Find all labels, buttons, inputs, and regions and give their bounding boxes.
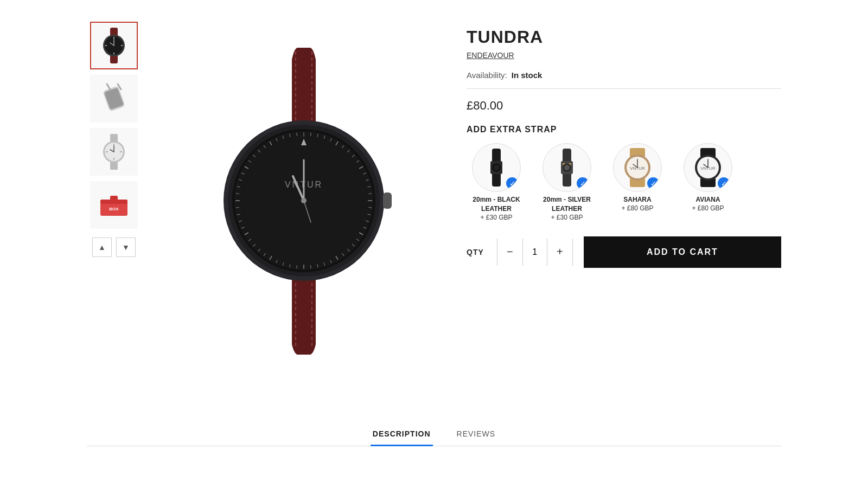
strap-circle-black: ✓ [472, 143, 521, 192]
check-badge-sahara: ✓ [647, 177, 659, 189]
tabs-section: DESCRIPTION REVIEWS [87, 423, 781, 446]
product-section: BOX ▲ ▼ [87, 22, 781, 380]
product-title: TUNDRA [467, 27, 781, 47]
availability-row: Availability: In stock [467, 70, 781, 80]
svg-line-81 [236, 208, 239, 208]
svg-line-68 [297, 265, 297, 268]
strap-option-aviana[interactable]: VNTUR ✓ AVIANA + £80 GBP [678, 143, 738, 221]
product-details: TUNDRA ENDEAVOUR Availability: In stock … [467, 22, 781, 268]
svg-line-38 [311, 133, 311, 136]
thumb-nav: ▲ ▼ [92, 237, 136, 257]
qty-label: QTY [467, 248, 484, 256]
strap-circle-silver: ✓ [542, 143, 591, 192]
svg-text:BOX: BOX [109, 207, 119, 211]
strap-label-silver: 20mm - SILVERLEATHER [543, 195, 591, 214]
watch-display: VNTUR [201, 33, 407, 369]
thumb-watch-svg-1 [95, 27, 133, 65]
check-badge-aviana: ✓ [718, 177, 730, 189]
svg-line-53 [368, 208, 372, 208]
strap-option-sahara[interactable]: VNTUR ✓ SAHARA + £80 GBP [608, 143, 667, 221]
check-badge-silver: ✓ [577, 177, 589, 189]
thumb-nav-up[interactable]: ▲ [92, 237, 112, 257]
qty-decrease-button[interactable]: − [497, 239, 522, 266]
main-image-container: VNTUR [163, 22, 445, 380]
strap-option-black-leather[interactable]: ✓ 20mm - BLACKLEATHER + £30 GBP [467, 143, 526, 221]
extra-strap-heading: ADD EXTRA STRAP [467, 125, 781, 134]
check-badge-black: ✓ [506, 177, 518, 189]
price-divider [467, 88, 781, 89]
svg-point-102 [301, 198, 307, 203]
svg-line-66 [311, 265, 311, 268]
svg-line-51 [368, 194, 372, 194]
thumbnail-3[interactable] [90, 128, 138, 176]
thumbnail-1[interactable] [90, 22, 138, 69]
availability-value: In stock [512, 70, 542, 80]
svg-point-106 [494, 165, 499, 170]
strap-label-black: 20mm - BLACKLEATHER [473, 195, 520, 214]
tabs-row: DESCRIPTION REVIEWS [87, 423, 781, 446]
qty-input[interactable] [522, 239, 547, 266]
strap-price-aviana: + £80 GBP [692, 204, 724, 212]
svg-rect-26 [110, 196, 118, 201]
main-watch-svg: VNTUR [212, 43, 396, 358]
thumb-nav-down[interactable]: ▼ [116, 237, 136, 257]
thumb-watch-svg-3 [95, 133, 133, 171]
strap-label-aviana: AVIANA [695, 195, 720, 204]
svg-line-83 [236, 194, 239, 194]
availability-label: Availability: [467, 70, 507, 80]
strap-circle-aviana: VNTUR ✓ [684, 143, 732, 192]
strap-label-sahara: SAHARA [623, 195, 651, 204]
svg-point-111 [564, 165, 570, 170]
product-brand[interactable]: ENDEAVOUR [467, 51, 514, 60]
strap-options: ✓ 20mm - BLACKLEATHER + £30 GBP [467, 143, 781, 221]
strap-price-silver: + £30 GBP [551, 214, 583, 221]
strap-circle-sahara: VNTUR ✓ [613, 143, 662, 192]
product-price: £80.00 [467, 99, 781, 113]
thumbnail-sidebar: BOX ▲ ▼ [87, 22, 141, 257]
svg-line-12 [107, 84, 110, 89]
qty-increase-button[interactable]: + [547, 239, 572, 266]
svg-rect-33 [383, 192, 392, 209]
purchase-row: QTY − + ADD TO CART [467, 236, 781, 268]
qty-controls: − + [497, 239, 573, 266]
tab-description[interactable]: DESCRIPTION [371, 423, 433, 446]
thumbnail-4[interactable]: BOX [90, 181, 138, 229]
strap-price-black: + £30 GBP [480, 214, 512, 221]
strap-price-sahara: + £80 GBP [621, 204, 653, 212]
svg-line-96 [297, 133, 297, 136]
thumbnail-2[interactable] [90, 75, 138, 123]
thumb-watch-svg-4: BOX [95, 186, 133, 224]
tab-reviews[interactable]: REVIEWS [455, 423, 498, 446]
thumb-watch-svg-2 [95, 80, 133, 118]
page-container: BOX ▲ ▼ [54, 0, 814, 468]
strap-option-silver-leather[interactable]: ✓ 20mm - SILVERLEATHER + £30 GBP [537, 143, 597, 221]
add-to-cart-button[interactable]: ADD TO CART [584, 236, 781, 268]
